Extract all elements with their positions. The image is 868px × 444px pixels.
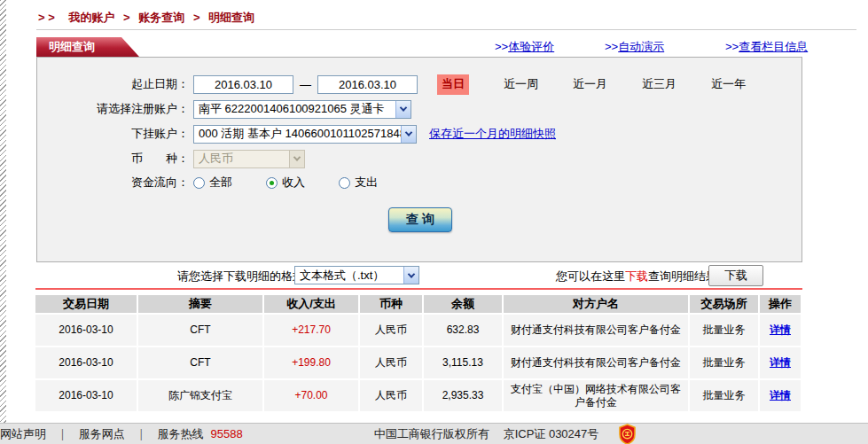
cell-date: 2016-03-10 — [35, 347, 137, 378]
cell-currency: 人民币 — [360, 347, 422, 378]
currency-row: 币 种： 人民币 — [37, 149, 802, 168]
cell-currency: 人民币 — [360, 315, 422, 346]
cell-balance: 2,935.33 — [424, 380, 502, 411]
cell-amount: +199.80 — [264, 347, 358, 378]
footer: 网站声明 ｜ 服务网点 ｜ 服务热线 95588 中国工商银行版权所有 京ICP… — [0, 423, 868, 444]
breadcrumb-prefix: > > — [38, 11, 55, 24]
download-format-label: 请您选择下载明细的格式 — [177, 269, 304, 284]
quick-range-year[interactable]: 近一年 — [711, 76, 746, 92]
radio-icon — [266, 177, 278, 189]
cell-currency: 人民币 — [360, 380, 422, 411]
download-format-select[interactable]: 文本格式（.txt） — [294, 266, 419, 284]
footer-icp: 京ICP证 030247号 — [504, 426, 599, 442]
col-header-summary: 摘要 — [138, 295, 262, 313]
quick-range-week[interactable]: 近一周 — [504, 76, 538, 92]
date-range-row: 起止日期： — 当日 近一周 近一月 近三月 近一年 — [37, 74, 802, 94]
col-header-venue: 交易场所 — [690, 295, 758, 313]
cell-counterparty: 财付通支付科技有限公司客户备付金 — [504, 347, 688, 378]
quick-range-month[interactable]: 近一月 — [573, 76, 607, 92]
sub-account-select[interactable]: 000 活期 基本户 1406600101102571848 — [193, 125, 417, 144]
registered-account-row: 请选择注册账户： 南平 6222001406100921065 灵通卡 — [37, 99, 802, 119]
footer-copyright: 中国工商银行版权所有 — [374, 426, 489, 442]
currency-select-disabled: 人民币 — [193, 150, 305, 168]
link-experience-evaluation[interactable]: >>体验评价 — [495, 39, 554, 55]
cell-venue: 批量业务 — [690, 315, 758, 346]
cell-counterparty: 支付宝（中国）网络技术有限公司客户备付金 — [504, 380, 688, 411]
save-monthly-snapshot-link[interactable]: 保存近一个月的明细快照 — [429, 126, 556, 142]
date-dash: — — [300, 78, 311, 91]
radio-flow-expense[interactable]: 支出 — [339, 175, 378, 191]
quick-range-today[interactable]: 当日 — [437, 74, 469, 95]
tab-detail-query[interactable]: 明细查询 — [36, 37, 139, 57]
detail-link[interactable]: 详情 — [770, 323, 791, 337]
col-header-date: 交易日期 — [35, 295, 137, 313]
link-auto-demo[interactable]: >>自动演示 — [605, 39, 664, 55]
radio-icon — [193, 177, 205, 189]
download-hint-red: 下载 — [625, 269, 648, 283]
cell-date: 2016-03-10 — [35, 315, 137, 346]
query-form-panel: 起止日期： — 当日 近一周 近一月 近三月 近一年 请选择注册账户： 南平 6… — [36, 57, 802, 262]
shield-badge-icon[interactable] — [618, 424, 637, 444]
query-button[interactable]: 查 询 — [388, 207, 452, 232]
fund-flow-row: 资金流向： 全部 收入 支出 — [37, 173, 802, 192]
quick-range-quarter[interactable]: 近三月 — [642, 76, 676, 92]
breadcrumb: > > 我的账户 > 账务查询 > 明细查询 — [38, 10, 254, 26]
cell-balance: 3,115.13 — [424, 347, 502, 378]
col-header-counterparty: 对方户名 — [504, 295, 688, 313]
chevron-down-icon — [289, 151, 304, 167]
registered-account-label: 请选择注册账户： — [37, 101, 189, 117]
cell-balance: 632.83 — [424, 315, 502, 346]
sub-account-row: 下挂账户： 000 活期 基本户 1406600101102571848 保存近… — [37, 124, 802, 144]
cell-date: 2016-03-10 — [35, 380, 137, 411]
breadcrumb-separator: > — [193, 11, 200, 24]
radio-flow-all[interactable]: 全部 — [193, 175, 232, 191]
col-header-balance: 余额 — [424, 295, 502, 313]
breadcrumb-divider — [36, 29, 856, 30]
cell-amount: +217.70 — [264, 315, 358, 346]
cell-summary: CFT — [138, 347, 262, 378]
cell-venue: 批量业务 — [690, 380, 758, 411]
cell-summary: 陈广锦支付宝 — [138, 380, 262, 411]
radio-icon — [339, 177, 350, 189]
red-divider — [35, 288, 802, 290]
download-hint: 您可以在这里下载查询明细结果 — [556, 269, 717, 284]
col-header-amount: 收入/支出 — [264, 295, 358, 313]
radio-flow-income[interactable]: 收入 — [266, 175, 305, 191]
chevron-down-icon — [395, 101, 411, 118]
breadcrumb-detail-query[interactable]: 明细查询 — [208, 11, 254, 24]
breadcrumb-separator: > — [123, 11, 130, 24]
detail-query-page: > > 我的账户 > 账务查询 > 明细查询 明细查询 >>体验评价 >>自动演… — [0, 0, 868, 444]
cell-summary: CFT — [138, 315, 262, 346]
col-header-currency: 币种 — [360, 295, 422, 313]
date-range-label: 起止日期： — [37, 76, 189, 92]
detail-link[interactable]: 详情 — [770, 356, 791, 370]
chevron-down-icon — [403, 267, 418, 284]
footer-hotline-label: 服务热线 — [157, 426, 203, 442]
date-from-input[interactable] — [193, 75, 293, 94]
sub-account-label: 下挂账户： — [37, 126, 189, 142]
col-header-action: 操作 — [760, 295, 801, 313]
cell-counterparty: 财付通支付科技有限公司客户备付金 — [504, 315, 688, 346]
detail-link[interactable]: 详情 — [770, 389, 791, 402]
footer-hotline-number: 95588 — [210, 427, 242, 440]
download-section: 请您选择下载明细的格式 文本格式（.txt） 您可以在这里下载查询明细结果 下载 — [0, 263, 868, 288]
left-stripe-decoration — [0, 0, 6, 423]
date-to-input[interactable] — [317, 75, 418, 94]
tab-title: 明细查询 — [49, 40, 95, 53]
breadcrumb-account-query[interactable]: 账务查询 — [138, 11, 184, 24]
footer-link-statement[interactable]: 网站声明 — [0, 426, 46, 442]
chevron-down-icon — [401, 126, 416, 143]
cell-venue: 批量业务 — [690, 347, 758, 378]
footer-link-branches[interactable]: 服务网点 — [79, 426, 125, 442]
cell-amount: +70.00 — [264, 380, 358, 411]
link-view-column-info[interactable]: >>查看栏目信息 — [725, 39, 808, 55]
fund-flow-label: 资金流向： — [37, 175, 189, 191]
transactions-table: 交易日期 摘要 收入/支出 币种 余额 对方户名 交易场所 操作 2016-03… — [35, 295, 802, 411]
registered-account-select[interactable]: 南平 6222001406100921065 灵通卡 — [193, 100, 411, 119]
currency-label: 币 种： — [37, 151, 189, 167]
download-button[interactable]: 下载 — [708, 265, 763, 286]
breadcrumb-my-account[interactable]: 我的账户 — [68, 11, 114, 24]
